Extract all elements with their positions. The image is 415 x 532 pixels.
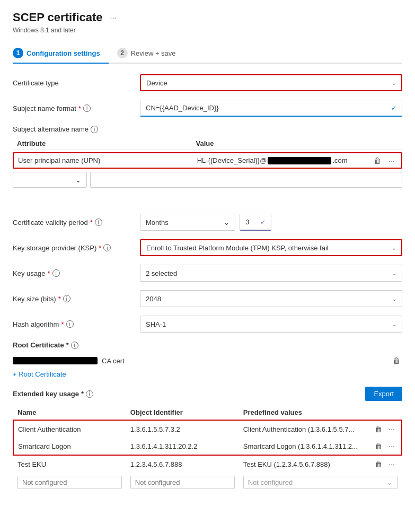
eku-predefined-smartcard: Smartcard Logon (1.3.6.1.4.1.311.2... — [239, 438, 369, 455]
eku-predefined-test: Test EKU (1.2.3.4.5.6.7.888) — [239, 455, 369, 473]
chevron-down-icon-7: ⌄ — [392, 321, 396, 327]
key-size-value: 2048 — [146, 295, 161, 303]
eku-predefined-client-auth: Client Authentication (1.3.6.1.5.5.7... — [239, 420, 369, 438]
ksp-value: Enroll to Trusted Platform Module (TPM) … — [146, 244, 329, 252]
subject-name-info-icon[interactable]: i — [83, 104, 91, 112]
hash-algorithm-row: Hash algorithm * i SHA-1 ⌄ — [13, 316, 402, 333]
eku-actions-row: 🗑 ··· — [373, 424, 397, 434]
upn-value-cell: HL-{{Device_Serial}}@ .com — [193, 153, 372, 168]
page-ellipsis[interactable]: ··· — [110, 13, 117, 22]
root-cert-label: Root Certificate * i — [13, 341, 402, 349]
key-usage-row: Key usage * i 2 selected ⌄ — [13, 265, 402, 282]
delete-smartcard-btn[interactable]: 🗑 — [373, 441, 384, 451]
ksp-required: * — [99, 244, 101, 252]
chevron-down-icon-4: ⌄ — [392, 245, 396, 251]
key-size-select[interactable]: 2048 ⌄ — [140, 290, 402, 307]
eku-row-client-auth: Client Authentication 1.3.6.1.5.5.7.3.2 … — [13, 420, 402, 438]
eku-section: Extended key usage * i Export Name Objec… — [13, 387, 402, 492]
root-cert-item: CA cert 🗑 — [13, 353, 402, 368]
more-smartcard-btn[interactable]: ··· — [386, 441, 397, 451]
cert-validity-info-icon[interactable]: i — [95, 219, 102, 226]
value-col-header: Value — [192, 139, 371, 147]
chevron-down-icon-8: ⌄ — [387, 478, 393, 486]
eku-oid-smartcard: 1.3.6.1.4.1.311.20.2.2 — [126, 438, 239, 455]
eku-table: Name Object Identifier Predefined values… — [13, 405, 402, 492]
subject-alt-info-icon[interactable]: i — [91, 126, 98, 133]
eku-oid-test: 1.2.3.4.5.6.7.888 — [126, 455, 239, 473]
eku-name-client-auth: Client Authentication — [13, 420, 126, 438]
eku-name-test: Test EKU — [13, 455, 126, 473]
key-size-required: * — [58, 295, 61, 303]
eku-empty-predefined: Not configured ⌄ — [239, 473, 402, 492]
delete-client-auth-btn[interactable]: 🗑 — [373, 424, 384, 434]
more-client-auth-btn[interactable]: ··· — [386, 424, 397, 434]
hash-algorithm-select[interactable]: SHA-1 ⌄ — [140, 316, 402, 333]
subject-name-format-control: CN={{AAD_Device_ID}} ✓ — [140, 100, 402, 117]
certificate-type-select[interactable]: Device ⌄ — [140, 74, 402, 91]
chevron-down-icon-5: ⌄ — [392, 271, 396, 276]
delete-upn-button[interactable]: 🗑 — [372, 155, 383, 166]
root-cert-info-icon[interactable]: i — [71, 342, 78, 349]
required-star: * — [78, 104, 81, 112]
hash-info-icon[interactable]: i — [66, 320, 74, 328]
page-title: SCEP certificate — [13, 11, 103, 24]
key-size-control: 2048 ⌄ — [140, 290, 402, 307]
eku-row-empty: Not configured ⌄ — [13, 473, 402, 492]
empty-attr-select[interactable]: ⌄ — [13, 172, 87, 188]
eku-actions-test: 🗑 ··· — [368, 455, 402, 473]
add-root-cert-link[interactable]: + Root Certificate — [13, 370, 66, 378]
more-upn-button[interactable]: ··· — [386, 155, 397, 166]
key-usage-control: 2 selected ⌄ — [140, 265, 402, 282]
eku-empty-oid-input[interactable] — [130, 476, 235, 489]
root-cert-section: Root Certificate * i CA cert 🗑 + Root Ce… — [13, 341, 402, 378]
chevron-down-icon-2: ⌄ — [75, 176, 81, 184]
tab-review[interactable]: 2 Review + save — [117, 43, 184, 64]
root-cert-name: CA cert — [13, 357, 125, 365]
attr-table: Attribute Value User principal name (UPN… — [13, 137, 402, 188]
more-test-btn[interactable]: ··· — [386, 459, 397, 469]
eku-info-icon[interactable]: i — [86, 390, 93, 398]
root-cert-required: * — [66, 341, 69, 349]
attribute-col-header: Attribute — [13, 139, 192, 147]
upn-attr-inner: User principal name (UPN) HL-{{Device_Se… — [14, 153, 372, 168]
ksp-select[interactable]: Enroll to Trusted Platform Module (TPM) … — [140, 239, 402, 256]
upn-value-suffix: .com — [332, 156, 347, 164]
tabs-row: 1 Configuration settings 2 Review + save — [13, 43, 402, 64]
validity-number-field[interactable]: 3 ✓ — [240, 214, 271, 231]
delete-root-cert-button[interactable]: 🗑 — [391, 355, 402, 366]
key-size-info-icon[interactable]: i — [63, 295, 70, 302]
certificate-type-control: Device ⌄ — [140, 74, 402, 91]
not-configured-label: Not configured — [248, 478, 293, 486]
eku-header: Extended key usage * i Export — [13, 387, 402, 401]
tab-configuration[interactable]: 1 Configuration settings — [13, 43, 109, 64]
eku-empty-name-input[interactable] — [17, 476, 122, 489]
cert-validity-row: Certificate validity period * i Months ⌄… — [13, 214, 402, 231]
hash-required: * — [61, 320, 64, 328]
export-button[interactable]: Export — [365, 387, 402, 401]
key-usage-info-icon[interactable]: i — [52, 269, 60, 277]
empty-value-input[interactable] — [90, 172, 402, 188]
ksp-info-icon[interactable]: i — [103, 244, 111, 251]
checkmark-icon: ✓ — [260, 219, 266, 226]
key-usage-select[interactable]: 2 selected ⌄ — [140, 265, 402, 282]
subject-name-format-value: CN={{AAD_Device_ID}} — [146, 104, 219, 112]
validity-unit-value: Months — [146, 219, 169, 226]
tab-1-number: 1 — [13, 48, 23, 58]
subject-name-format-select[interactable]: CN={{AAD_Device_ID}} ✓ — [140, 100, 402, 117]
eku-row-test: Test EKU 1.2.3.4.5.6.7.888 Test EKU (1.2… — [13, 455, 402, 473]
chevron-down-icon-6: ⌄ — [392, 296, 396, 302]
cert-validity-control: Months ⌄ 3 ✓ — [140, 214, 402, 231]
subject-alt-name-section: Subject alternative name i Attribute Val… — [13, 125, 402, 188]
attr-table-header: Attribute Value — [13, 137, 402, 150]
delete-test-btn[interactable]: 🗑 — [373, 459, 384, 469]
eku-required: * — [81, 390, 84, 398]
validity-unit-select[interactable]: Months ⌄ — [140, 214, 235, 231]
eku-actions-test-row: 🗑 ··· — [373, 459, 398, 469]
upn-attr-row: User principal name (UPN) HL-{{Device_Se… — [13, 152, 402, 169]
eku-empty-name — [13, 473, 126, 492]
validity-number-value: 3 — [245, 218, 249, 226]
certificate-type-label: Certificate type — [13, 79, 140, 87]
tab-2-number: 2 — [117, 48, 128, 58]
eku-empty-predefined-select[interactable]: Not configured ⌄ — [243, 476, 398, 489]
tab-1-label: Configuration settings — [27, 49, 100, 57]
